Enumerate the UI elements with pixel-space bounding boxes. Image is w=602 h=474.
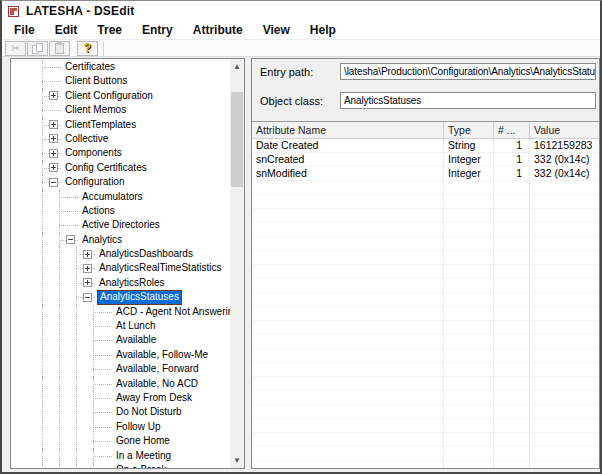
tree-item-label[interactable]: AnalyticsStatuses xyxy=(97,290,182,304)
expand-plus-icon[interactable] xyxy=(49,120,58,129)
tree-item-label[interactable]: Available, No ACD xyxy=(114,377,200,391)
attribute-row-sncreated[interactable]: snCreatedInteger1332 (0x14c) xyxy=(252,153,599,167)
tree-item-label[interactable]: AnalyticsRoles xyxy=(97,276,167,290)
column-header-type[interactable]: Type xyxy=(444,122,494,138)
paste-button[interactable] xyxy=(49,41,70,56)
tree-scrollbar[interactable]: ▲ ▼ xyxy=(230,59,244,468)
tree-item-analyticsroles[interactable]: AnalyticsRoles xyxy=(11,276,230,290)
tree-item-label[interactable]: Active Directories xyxy=(80,218,162,232)
tree-item-analytics[interactable]: Analytics xyxy=(11,233,230,247)
menu-file[interactable]: File xyxy=(4,22,45,38)
tree-item-label[interactable]: Gone Home xyxy=(114,434,172,448)
tree-item-label[interactable]: Actions xyxy=(80,204,117,218)
attribute-row-snmodified[interactable]: snModifiedInteger1332 (0x14c) xyxy=(252,167,599,181)
tree-item-label[interactable]: Collective xyxy=(63,132,110,146)
menu-view[interactable]: View xyxy=(253,22,300,38)
copy-button[interactable] xyxy=(27,41,48,56)
menu-entry[interactable]: Entry xyxy=(132,22,183,38)
expand-plus-icon[interactable] xyxy=(49,134,58,143)
cut-button[interactable]: ✂ xyxy=(5,41,26,56)
tree-item-label[interactable]: At Lunch xyxy=(114,319,157,333)
collapse-minus-icon[interactable] xyxy=(49,178,58,187)
entry-path-field[interactable]: \latesha\Production\Configuration\Analyt… xyxy=(340,63,596,80)
tree-item-label[interactable]: Client Configuration xyxy=(63,89,155,103)
tree-item-label[interactable]: Do Not Disturb xyxy=(114,405,184,419)
tree-guide xyxy=(76,405,77,419)
menu-tree[interactable]: Tree xyxy=(87,22,132,38)
tree-item-label[interactable]: Certificates xyxy=(63,60,117,74)
tree-item-label[interactable]: Follow Up xyxy=(114,420,162,434)
tree-item-on-a-break[interactable]: On a Break xyxy=(11,463,230,468)
tree-item-in-a-meeting[interactable]: In a Meeting xyxy=(11,449,230,463)
tree-item-follow-up[interactable]: Follow Up xyxy=(11,420,230,434)
tree-item-label[interactable]: On a Break xyxy=(114,463,169,468)
tree-item-label[interactable]: ClientTemplates xyxy=(63,118,138,132)
tree-item-available[interactable]: Available xyxy=(11,333,230,347)
tree-item-analyticsrealtimestatistics[interactable]: AnalyticsRealTimeStatistics xyxy=(11,261,230,275)
tree-item-available-follow-me[interactable]: Available, Follow-Me xyxy=(11,348,230,362)
column-header-[interactable]: # ... xyxy=(494,122,530,138)
tree-item-accumulators[interactable]: Accumulators xyxy=(11,190,230,204)
tree-item-client-buttons[interactable]: Client Buttons xyxy=(11,74,230,88)
scroll-up-icon[interactable]: ▲ xyxy=(230,59,244,74)
expand-plus-icon[interactable] xyxy=(83,278,92,287)
tree-item-components[interactable]: Components xyxy=(11,146,230,160)
collapse-minus-icon[interactable] xyxy=(83,293,92,302)
tree-item-available-forward[interactable]: Available, Forward xyxy=(11,362,230,376)
tree-item-label[interactable]: Accumulators xyxy=(80,190,145,204)
tree-item-certificates[interactable]: Certificates xyxy=(11,60,230,74)
tree-item-config-certificates[interactable]: Config Certificates xyxy=(11,161,230,175)
tree-item-analyticsdashboards[interactable]: AnalyticsDashboards xyxy=(11,247,230,261)
tree-item-available-no-acd[interactable]: Available, No ACD xyxy=(11,377,230,391)
tree-item-label[interactable]: Available xyxy=(114,333,158,347)
tree-item-do-not-disturb[interactable]: Do Not Disturb xyxy=(11,405,230,419)
scrollbar-thumb[interactable] xyxy=(231,92,243,187)
scroll-down-icon[interactable]: ▼ xyxy=(230,453,244,468)
expand-plus-icon[interactable] xyxy=(83,264,92,273)
tree-guide xyxy=(59,290,60,304)
tree-item-label[interactable]: In a Meeting xyxy=(114,449,173,463)
tree-item-label[interactable]: ACD - Agent Not Answering xyxy=(114,305,230,319)
tree-item-label[interactable]: Away From Desk xyxy=(114,391,194,405)
tree-item-analyticsstatuses[interactable]: AnalyticsStatuses xyxy=(11,290,230,304)
expand-plus-icon[interactable] xyxy=(83,250,92,259)
help-button[interactable]: ? xyxy=(77,41,98,56)
attribute-row-date-created[interactable]: Date CreatedString11612159283 xyxy=(252,139,599,153)
tree-item-collective[interactable]: Collective xyxy=(11,132,230,146)
menu-edit[interactable]: Edit xyxy=(45,22,88,38)
expand-plus-icon[interactable] xyxy=(49,149,58,158)
tree-item-label[interactable]: Available, Follow-Me xyxy=(114,348,210,362)
tree-item-label[interactable]: Components xyxy=(63,146,124,160)
tree-item-label[interactable]: Analytics xyxy=(80,233,124,247)
value-cell xyxy=(530,335,599,348)
count-cell xyxy=(494,377,530,390)
menu-attribute[interactable]: Attribute xyxy=(183,22,253,38)
menu-help[interactable]: Help xyxy=(300,22,346,38)
tree-item-label[interactable]: Client Memos xyxy=(63,103,128,117)
expand-plus-icon[interactable] xyxy=(49,163,58,172)
tree-item-label[interactable]: Available, Forward xyxy=(114,362,201,376)
attribute-name-cell xyxy=(252,447,444,460)
collapse-minus-icon[interactable] xyxy=(66,235,75,244)
column-header-attribute-name[interactable]: Attribute Name xyxy=(252,122,444,138)
tree-item-clienttemplates[interactable]: ClientTemplates xyxy=(11,118,230,132)
tree-item-configuration[interactable]: Configuration xyxy=(11,175,230,189)
tree-item-at-lunch[interactable]: At Lunch xyxy=(11,319,230,333)
tree-item-acd-agent-not-answering[interactable]: ACD - Agent Not Answering xyxy=(11,305,230,319)
tree-item-client-memos[interactable]: Client Memos xyxy=(11,103,230,117)
tree-item-label[interactable]: AnalyticsDashboards xyxy=(97,247,195,261)
column-header-value[interactable]: Value xyxy=(530,122,599,138)
tree-item-label[interactable]: Configuration xyxy=(63,175,126,189)
tree-item-label[interactable]: Client Buttons xyxy=(63,74,129,88)
tree-guide xyxy=(59,420,60,434)
tree-item-label[interactable]: Config Certificates xyxy=(63,161,149,175)
tree-guide xyxy=(42,434,43,448)
tree-item-active-directories[interactable]: Active Directories xyxy=(11,218,230,232)
tree-item-away-from-desk[interactable]: Away From Desk xyxy=(11,391,230,405)
expand-plus-icon[interactable] xyxy=(49,91,58,100)
tree-item-gone-home[interactable]: Gone Home xyxy=(11,434,230,448)
tree-item-label[interactable]: AnalyticsRealTimeStatistics xyxy=(97,261,223,275)
object-class-field[interactable]: AnalyticsStatuses xyxy=(340,92,596,109)
tree-item-actions[interactable]: Actions xyxy=(11,204,230,218)
tree-item-client-configuration[interactable]: Client Configuration xyxy=(11,89,230,103)
